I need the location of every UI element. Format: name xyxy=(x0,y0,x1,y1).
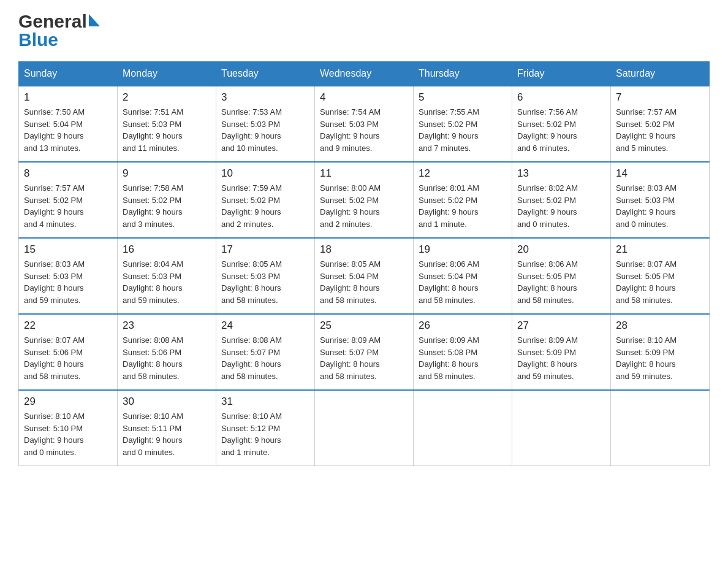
day-info: Sunrise: 8:09 AMSunset: 5:09 PMDaylight:… xyxy=(517,335,578,381)
day-info: Sunrise: 8:03 AMSunset: 5:03 PMDaylight:… xyxy=(24,259,85,305)
header-tuesday: Tuesday xyxy=(216,62,315,86)
day-cell-10: 10 Sunrise: 7:59 AMSunset: 5:02 PMDaylig… xyxy=(216,162,315,238)
day-cell-17: 17 Sunrise: 8:05 AMSunset: 5:03 PMDaylig… xyxy=(216,238,315,314)
day-info: Sunrise: 7:59 AMSunset: 5:02 PMDaylight:… xyxy=(221,183,282,229)
day-cell-24: 24 Sunrise: 8:08 AMSunset: 5:07 PMDaylig… xyxy=(216,314,315,390)
day-info: Sunrise: 7:57 AMSunset: 5:02 PMDaylight:… xyxy=(616,107,677,153)
day-info: Sunrise: 8:04 AMSunset: 5:03 PMDaylight:… xyxy=(123,259,183,305)
day-number: 21 xyxy=(616,243,704,256)
day-cell-7: 7 Sunrise: 7:57 AMSunset: 5:02 PMDayligh… xyxy=(611,86,710,162)
day-info: Sunrise: 8:06 AMSunset: 5:04 PMDaylight:… xyxy=(419,259,479,305)
day-info: Sunrise: 7:56 AMSunset: 5:02 PMDaylight:… xyxy=(517,107,578,153)
day-number: 19 xyxy=(419,243,507,256)
empty-cell xyxy=(315,390,414,466)
day-number: 12 xyxy=(419,167,507,180)
day-info: Sunrise: 8:07 AMSunset: 5:05 PMDaylight:… xyxy=(616,259,677,305)
day-cell-5: 5 Sunrise: 7:55 AMSunset: 5:02 PMDayligh… xyxy=(414,86,512,162)
day-cell-3: 3 Sunrise: 7:53 AMSunset: 5:03 PMDayligh… xyxy=(216,86,315,162)
day-info: Sunrise: 7:55 AMSunset: 5:02 PMDaylight:… xyxy=(419,107,479,153)
day-cell-4: 4 Sunrise: 7:54 AMSunset: 5:03 PMDayligh… xyxy=(315,86,414,162)
day-number: 30 xyxy=(123,396,211,408)
empty-cell xyxy=(414,390,512,466)
day-info: Sunrise: 7:51 AMSunset: 5:03 PMDaylight:… xyxy=(123,107,183,153)
day-cell-21: 21 Sunrise: 8:07 AMSunset: 5:05 PMDaylig… xyxy=(611,238,710,314)
day-number: 6 xyxy=(517,91,605,104)
day-info: Sunrise: 7:50 AMSunset: 5:04 PMDaylight:… xyxy=(24,107,85,153)
day-info: Sunrise: 7:54 AMSunset: 5:03 PMDaylight:… xyxy=(320,107,381,153)
header-monday: Monday xyxy=(118,62,216,86)
header-friday: Friday xyxy=(512,62,611,86)
day-cell-9: 9 Sunrise: 7:58 AMSunset: 5:02 PMDayligh… xyxy=(118,162,216,238)
day-number: 24 xyxy=(221,320,309,332)
day-number: 18 xyxy=(320,243,408,256)
day-number: 5 xyxy=(419,91,507,104)
day-info: Sunrise: 7:57 AMSunset: 5:02 PMDaylight:… xyxy=(24,183,85,229)
logo: General Blue xyxy=(18,12,100,49)
header-thursday: Thursday xyxy=(414,62,512,86)
day-info: Sunrise: 8:02 AMSunset: 5:02 PMDaylight:… xyxy=(517,183,578,229)
day-info: Sunrise: 8:07 AMSunset: 5:06 PMDaylight:… xyxy=(24,335,85,381)
day-cell-6: 6 Sunrise: 7:56 AMSunset: 5:02 PMDayligh… xyxy=(512,86,611,162)
day-number: 28 xyxy=(616,320,704,332)
day-cell-19: 19 Sunrise: 8:06 AMSunset: 5:04 PMDaylig… xyxy=(414,238,512,314)
day-info: Sunrise: 8:01 AMSunset: 5:02 PMDaylight:… xyxy=(419,183,479,229)
header-row: SundayMondayTuesdayWednesdayThursdayFrid… xyxy=(19,62,710,86)
day-number: 31 xyxy=(221,396,309,408)
day-cell-15: 15 Sunrise: 8:03 AMSunset: 5:03 PMDaylig… xyxy=(19,238,118,314)
header-saturday: Saturday xyxy=(611,62,710,86)
day-info: Sunrise: 7:53 AMSunset: 5:03 PMDaylight:… xyxy=(221,107,282,153)
week-row-1: 1 Sunrise: 7:50 AMSunset: 5:04 PMDayligh… xyxy=(19,86,710,162)
day-cell-20: 20 Sunrise: 8:06 AMSunset: 5:05 PMDaylig… xyxy=(512,238,611,314)
day-cell-8: 8 Sunrise: 7:57 AMSunset: 5:02 PMDayligh… xyxy=(19,162,118,238)
day-info: Sunrise: 8:09 AMSunset: 5:07 PMDaylight:… xyxy=(320,335,381,381)
day-cell-11: 11 Sunrise: 8:00 AMSunset: 5:02 PMDaylig… xyxy=(315,162,414,238)
week-row-4: 22 Sunrise: 8:07 AMSunset: 5:06 PMDaylig… xyxy=(19,314,710,390)
logo-arrow-icon xyxy=(89,14,100,26)
day-number: 22 xyxy=(24,320,112,332)
day-info: Sunrise: 8:10 AMSunset: 5:09 PMDaylight:… xyxy=(616,335,677,381)
day-number: 15 xyxy=(24,243,112,256)
day-number: 3 xyxy=(221,91,309,104)
day-info: Sunrise: 8:10 AMSunset: 5:12 PMDaylight:… xyxy=(221,412,282,457)
logo-blue: Blue xyxy=(18,31,58,49)
day-number: 10 xyxy=(221,167,309,180)
day-cell-26: 26 Sunrise: 8:09 AMSunset: 5:08 PMDaylig… xyxy=(414,314,512,390)
day-info: Sunrise: 8:06 AMSunset: 5:05 PMDaylight:… xyxy=(517,259,578,305)
day-cell-23: 23 Sunrise: 8:08 AMSunset: 5:06 PMDaylig… xyxy=(118,314,216,390)
day-number: 16 xyxy=(123,243,211,256)
empty-cell xyxy=(512,390,611,466)
day-cell-13: 13 Sunrise: 8:02 AMSunset: 5:02 PMDaylig… xyxy=(512,162,611,238)
day-number: 26 xyxy=(419,320,507,332)
day-info: Sunrise: 8:09 AMSunset: 5:08 PMDaylight:… xyxy=(419,335,479,381)
day-cell-14: 14 Sunrise: 8:03 AMSunset: 5:03 PMDaylig… xyxy=(611,162,710,238)
day-info: Sunrise: 8:10 AMSunset: 5:10 PMDaylight:… xyxy=(24,412,85,457)
calendar-table: SundayMondayTuesdayWednesdayThursdayFrid… xyxy=(18,61,710,466)
day-cell-25: 25 Sunrise: 8:09 AMSunset: 5:07 PMDaylig… xyxy=(315,314,414,390)
day-number: 14 xyxy=(616,167,704,180)
day-cell-16: 16 Sunrise: 8:04 AMSunset: 5:03 PMDaylig… xyxy=(118,238,216,314)
day-cell-12: 12 Sunrise: 8:01 AMSunset: 5:02 PMDaylig… xyxy=(414,162,512,238)
day-info: Sunrise: 7:58 AMSunset: 5:02 PMDaylight:… xyxy=(123,183,183,229)
day-number: 17 xyxy=(221,243,309,256)
header-wednesday: Wednesday xyxy=(315,62,414,86)
day-number: 11 xyxy=(320,167,408,180)
header-sunday: Sunday xyxy=(19,62,118,86)
day-info: Sunrise: 8:05 AMSunset: 5:04 PMDaylight:… xyxy=(320,259,381,305)
page-header: General Blue xyxy=(18,12,710,49)
day-number: 1 xyxy=(24,91,112,104)
day-number: 27 xyxy=(517,320,605,332)
day-cell-27: 27 Sunrise: 8:09 AMSunset: 5:09 PMDaylig… xyxy=(512,314,611,390)
day-cell-1: 1 Sunrise: 7:50 AMSunset: 5:04 PMDayligh… xyxy=(19,86,118,162)
day-info: Sunrise: 8:05 AMSunset: 5:03 PMDaylight:… xyxy=(221,259,282,305)
day-number: 9 xyxy=(123,167,211,180)
day-cell-31: 31 Sunrise: 8:10 AMSunset: 5:12 PMDaylig… xyxy=(216,390,315,466)
day-number: 20 xyxy=(517,243,605,256)
day-number: 8 xyxy=(24,167,112,180)
day-info: Sunrise: 8:00 AMSunset: 5:02 PMDaylight:… xyxy=(320,183,381,229)
day-cell-22: 22 Sunrise: 8:07 AMSunset: 5:06 PMDaylig… xyxy=(19,314,118,390)
day-cell-29: 29 Sunrise: 8:10 AMSunset: 5:10 PMDaylig… xyxy=(19,390,118,466)
day-info: Sunrise: 8:08 AMSunset: 5:06 PMDaylight:… xyxy=(123,335,183,381)
day-cell-28: 28 Sunrise: 8:10 AMSunset: 5:09 PMDaylig… xyxy=(611,314,710,390)
day-number: 23 xyxy=(123,320,211,332)
day-cell-2: 2 Sunrise: 7:51 AMSunset: 5:03 PMDayligh… xyxy=(118,86,216,162)
